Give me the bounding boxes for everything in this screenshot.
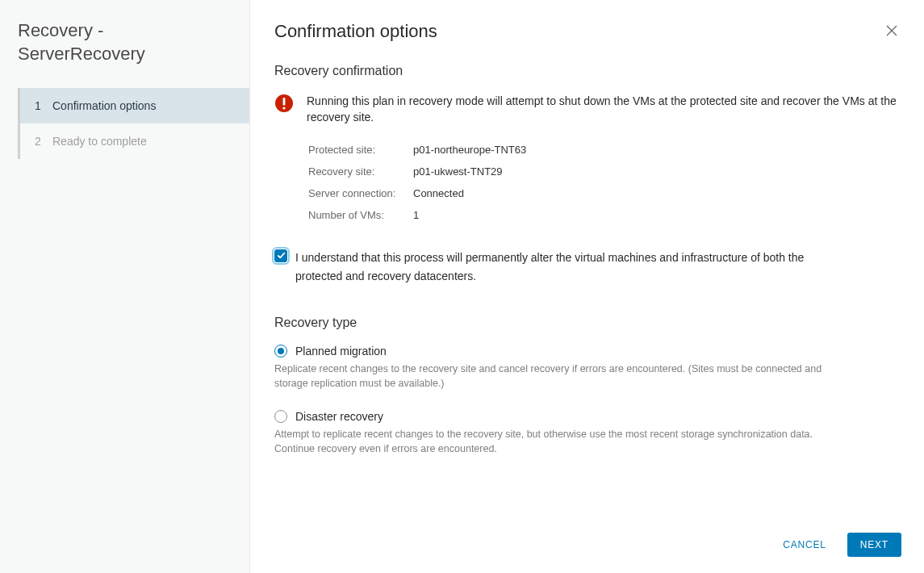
step-number: 1 (35, 99, 43, 112)
step-label: Confirmation options (52, 99, 156, 112)
consent-row: I understand that this process will perm… (274, 249, 900, 287)
page-title: Confirmation options (274, 21, 437, 42)
info-label: Server connection: (308, 187, 413, 199)
info-value: p01-northeurope-TNT63 (413, 144, 526, 156)
step-ready-to-complete[interactable]: 2 Ready to complete (20, 123, 249, 159)
check-icon (277, 249, 286, 263)
radio-row[interactable]: Planned migration (274, 345, 900, 358)
wizard-main: Confirmation options Recovery confirmati… (250, 0, 924, 573)
info-row-recovery-site: Recovery site: p01-ukwest-TNT29 (308, 161, 900, 182)
info-table: Protected site: p01-northeurope-TNT63 Re… (308, 139, 900, 226)
info-label: Number of VMs: (308, 209, 413, 221)
radio-option-planned-migration: Planned migration Replicate recent chang… (274, 345, 900, 391)
content-area: Recovery confirmation Running this plan … (250, 49, 924, 520)
radio-label: Planned migration (295, 345, 387, 358)
radio-label: Disaster recovery (295, 410, 383, 423)
svg-rect-3 (283, 98, 286, 106)
wizard-title: Recovery - ServerRecovery (0, 19, 249, 88)
cancel-button[interactable]: CANCEL (771, 533, 837, 557)
recovery-type-radio-group: Planned migration Replicate recent chang… (274, 345, 900, 456)
exclamation-circle-icon (274, 94, 294, 113)
info-value: Connected (413, 187, 464, 199)
radio-row[interactable]: Disaster recovery (274, 410, 900, 423)
radio-option-disaster-recovery: Disaster recovery Attempt to replicate r… (274, 410, 900, 456)
info-label: Recovery site: (308, 165, 413, 178)
radio-input-disaster[interactable] (274, 410, 287, 423)
wizard-sidebar: Recovery - ServerRecovery 1 Confirmation… (0, 0, 250, 573)
next-button[interactable]: NEXT (847, 533, 901, 557)
step-label: Ready to complete (52, 135, 147, 148)
radio-input-planned[interactable] (274, 345, 287, 358)
info-row-server-connection: Server connection: Connected (308, 182, 900, 204)
info-label: Protected site: (308, 144, 413, 156)
recovery-type-heading: Recovery type (274, 316, 900, 330)
wizard-steps: 1 Confirmation options 2 Ready to comple… (18, 88, 249, 159)
wizard-footer: CANCEL NEXT (250, 520, 924, 573)
radio-description: Attempt to replicate recent changes to t… (274, 428, 900, 456)
step-confirmation-options[interactable]: 1 Confirmation options (20, 88, 249, 123)
recovery-confirmation-heading: Recovery confirmation (274, 64, 900, 78)
warning-text: Running this plan in recovery mode will … (307, 93, 900, 126)
info-row-num-vms: Number of VMs: 1 (308, 204, 900, 226)
radio-description: Replicate recent changes to the recovery… (274, 362, 900, 391)
info-row-protected-site: Protected site: p01-northeurope-TNT63 (308, 139, 900, 161)
close-icon (885, 27, 898, 40)
warning-row: Running this plan in recovery mode will … (274, 93, 900, 126)
svg-point-4 (282, 107, 285, 109)
info-value: 1 (413, 209, 419, 221)
main-header: Confirmation options (250, 0, 924, 49)
recovery-type-section: Recovery type Planned migration Replicat… (274, 316, 900, 456)
info-value: p01-ukwest-TNT29 (413, 165, 503, 178)
consent-checkbox[interactable] (274, 249, 287, 262)
close-button[interactable] (882, 21, 901, 43)
consent-text: I understand that this process will perm… (295, 249, 900, 287)
step-number: 2 (35, 135, 43, 148)
